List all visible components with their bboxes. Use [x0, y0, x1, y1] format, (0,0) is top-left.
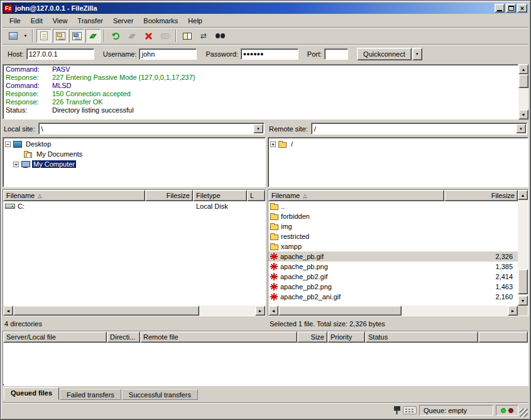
- column-header-filename[interactable]: Filename△: [268, 190, 444, 201]
- menu-edit[interactable]: Edit: [26, 15, 48, 26]
- tab-successful-transfers[interactable]: Successful transfers: [122, 389, 198, 400]
- scrollbar-thumb[interactable]: [278, 306, 402, 316]
- desktop-icon: [13, 141, 22, 148]
- menu-bookmarks[interactable]: Bookmarks: [138, 15, 183, 26]
- remote-file-row[interactable]: forbidden: [268, 211, 518, 221]
- host-input[interactable]: [26, 48, 94, 60]
- process-queue-button[interactable]: [124, 29, 140, 43]
- quickconnect-dropdown-button[interactable]: ▼: [412, 48, 422, 60]
- combo-dropdown-icon[interactable]: ▼: [516, 124, 526, 133]
- toolbar-separator: [104, 30, 105, 42]
- find-files-button[interactable]: [212, 29, 227, 43]
- menu-help[interactable]: Help: [183, 15, 207, 26]
- queue-header: Server/Local file Directi... Remote file…: [3, 331, 528, 343]
- folder-icon: [270, 224, 278, 230]
- local-horizontal-scrollbar[interactable]: ◄ ►: [3, 306, 265, 316]
- scroll-left-button[interactable]: ◄: [3, 306, 13, 316]
- column-header-truncated[interactable]: L: [247, 190, 265, 201]
- remote-file-row-selected[interactable]: apache_pb.gif 2,326: [268, 251, 518, 262]
- remote-horizontal-scrollbar[interactable]: ◄ ►: [268, 306, 518, 316]
- quickconnect-button[interactable]: Quickconnect: [357, 48, 412, 60]
- cancel-operation-button[interactable]: [141, 29, 156, 43]
- scrollbar-thumb[interactable]: [518, 74, 528, 88]
- refresh-icon: [112, 33, 119, 40]
- scroll-right-button[interactable]: ►: [255, 306, 265, 316]
- site-manager-button[interactable]: [6, 29, 21, 43]
- maximize-button[interactable]: [506, 4, 516, 13]
- menu-server[interactable]: Server: [108, 15, 138, 26]
- scrollbar-thumb[interactable]: [518, 269, 528, 294]
- tree-item-desktop[interactable]: − Desktop: [3, 139, 265, 149]
- remote-vertical-scrollbar[interactable]: ▲ ▼: [518, 190, 528, 306]
- remote-file-row[interactable]: img: [268, 221, 518, 231]
- remote-file-row[interactable]: apache_pb2.gif 2,414: [268, 272, 518, 282]
- remote-site-combo[interactable]: / ▼: [311, 123, 527, 135]
- scroll-down-button[interactable]: ▼: [518, 109, 528, 119]
- tab-queued-files[interactable]: Queued files: [4, 387, 59, 400]
- title-bar[interactable]: Fz john@127.0.0.1 - FileZilla ×: [3, 3, 528, 14]
- queue-status-panel: Queue: empty: [419, 405, 493, 416]
- column-header-priority[interactable]: Priority: [327, 331, 365, 343]
- tree-item-my-computer[interactable]: + My Computer: [3, 159, 265, 169]
- remote-file-row[interactable]: ..: [268, 201, 518, 211]
- tree-item-root[interactable]: + /: [268, 139, 528, 149]
- toggle-local-treeview-button[interactable]: [53, 29, 68, 43]
- close-icon: ×: [520, 4, 524, 12]
- local-file-row[interactable]: C: Local Disk: [3, 201, 265, 211]
- remote-file-row[interactable]: apache_pb.png 1,385: [268, 262, 518, 272]
- resize-grip[interactable]: [520, 409, 528, 417]
- collapse-icon[interactable]: −: [5, 141, 11, 147]
- column-header-filesize[interactable]: Filesize: [444, 190, 518, 201]
- remote-file-row[interactable]: xampp: [268, 241, 518, 251]
- menu-file[interactable]: File: [4, 15, 26, 26]
- site-manager-icon: [9, 32, 18, 40]
- message-log: Command:PASV Response:227 Entering Passi…: [3, 64, 518, 119]
- port-input[interactable]: [324, 48, 348, 60]
- close-button[interactable]: ×: [517, 4, 527, 13]
- toggle-transfer-queue-button[interactable]: [85, 29, 101, 43]
- tab-failed-transfers[interactable]: Failed transfers: [60, 389, 121, 400]
- toggle-remote-treeview-button[interactable]: [69, 29, 84, 43]
- synchronized-browsing-button[interactable]: ⇄: [196, 29, 211, 43]
- remote-pane: Remote site: / ▼ + / Filename△ Filesize: [268, 121, 528, 329]
- refresh-button[interactable]: [108, 29, 123, 43]
- scrollbar-thumb[interactable]: [13, 306, 199, 316]
- window-title: john@127.0.0.1 - FileZilla: [15, 4, 493, 12]
- password-input[interactable]: [241, 48, 298, 60]
- column-header-size[interactable]: Size: [297, 331, 327, 343]
- remote-file-row[interactable]: apache_pb2.png 1,463: [268, 282, 518, 292]
- column-header-filetype[interactable]: Filetype: [193, 190, 247, 201]
- synchronized-browsing-icon: ⇄: [200, 32, 207, 40]
- scroll-up-button[interactable]: ▲: [518, 64, 528, 74]
- image-file-icon: [270, 273, 278, 280]
- column-header-server-local-file[interactable]: Server/Local file: [3, 331, 107, 343]
- expand-icon[interactable]: +: [13, 162, 19, 167]
- username-input[interactable]: [139, 48, 197, 60]
- scroll-up-button[interactable]: ▲: [518, 190, 528, 200]
- queue-empty-area: [3, 343, 528, 384]
- local-site-combo[interactable]: \ ▼: [38, 123, 265, 135]
- expand-icon[interactable]: +: [270, 141, 276, 147]
- menu-transfer[interactable]: Transfer: [72, 15, 108, 26]
- scroll-left-button[interactable]: ◄: [268, 306, 278, 316]
- status-bar: Queue: empty: [3, 402, 528, 417]
- directory-comparison-button[interactable]: [180, 29, 195, 43]
- toggle-message-log-button[interactable]: [36, 29, 52, 43]
- disconnect-button[interactable]: [157, 29, 172, 43]
- column-header-filesize[interactable]: Filesize: [145, 190, 193, 201]
- log-scrollbar[interactable]: ▲ ▼: [518, 64, 528, 119]
- column-header-remote-file[interactable]: Remote file: [140, 331, 297, 343]
- scroll-down-button[interactable]: ▼: [518, 296, 528, 306]
- remote-file-row[interactable]: apache_pb2_ani.gif 2,160: [268, 292, 518, 302]
- menu-view[interactable]: View: [48, 15, 73, 26]
- column-header-direction[interactable]: Directi...: [107, 331, 140, 343]
- minimize-button[interactable]: [495, 4, 505, 13]
- sort-ascending-icon: △: [38, 193, 41, 199]
- tree-item-my-documents[interactable]: My Documents: [3, 149, 265, 159]
- site-manager-dropdown-button[interactable]: ▼: [21, 29, 30, 43]
- scroll-right-button[interactable]: ►: [508, 306, 518, 316]
- remote-file-row[interactable]: restricted: [268, 231, 518, 241]
- column-header-status[interactable]: Status: [365, 331, 478, 343]
- combo-dropdown-icon[interactable]: ▼: [253, 124, 263, 133]
- column-header-filename[interactable]: Filename△: [3, 190, 145, 201]
